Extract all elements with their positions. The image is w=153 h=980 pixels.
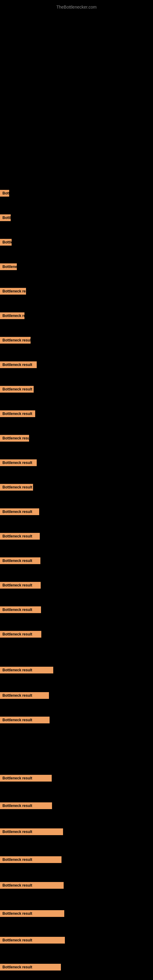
bottleneck-result-label: Bottleneck result [0, 337, 30, 344]
bottleneck-result-label: Bottleneck result [0, 717, 49, 723]
bottleneck-result-label: Bottleneck result [0, 910, 64, 917]
bottleneck-result-label: Bottleneck result [0, 557, 40, 564]
bottleneck-result-label: Bottleneck result [0, 312, 24, 319]
site-title: TheBottlenecker.com [0, 2, 153, 13]
bottleneck-result-label: Bottleneck result [0, 215, 11, 221]
bottleneck-result-label: Bottleneck result [0, 937, 65, 943]
bottleneck-result-label: Bottleneck result [0, 460, 37, 466]
bottleneck-result-label: Bottleneck result [0, 775, 52, 781]
bottleneck-result-label: Bottleneck result [0, 386, 33, 393]
bottleneck-result-label: Bottleneck result [0, 508, 39, 515]
bottleneck-result-label: Bottleneck result [0, 239, 12, 246]
bottleneck-result-label: Bottleneck result [0, 802, 52, 809]
bottleneck-result-label: Bottleneck result [0, 263, 17, 270]
bottleneck-result-label: Bottleneck result [0, 484, 33, 491]
bottleneck-result-label: Bottleneck result [0, 856, 62, 863]
bottleneck-result-label: Bottleneck result [0, 288, 26, 294]
bottleneck-result-label: Bottleneck result [0, 882, 64, 889]
bottleneck-result-label: Bottleneck result [0, 692, 49, 699]
bottleneck-result-label: Bottleneck result [0, 667, 53, 673]
bottleneck-result-label: Bottleneck result [0, 410, 35, 417]
bottleneck-result-label: Bottleneck result [0, 190, 9, 197]
bottleneck-result-label: Bottleneck result [0, 533, 40, 539]
bottleneck-result-label: Bottleneck result [0, 964, 61, 970]
bottleneck-result-label: Bottleneck result [0, 606, 41, 613]
bottleneck-result-label: Bottleneck result [0, 435, 29, 442]
bottleneck-result-label: Bottleneck result [0, 582, 41, 589]
bottleneck-result-label: Bottleneck result [0, 631, 41, 638]
bottleneck-result-label: Bottleneck result [0, 361, 37, 368]
bottleneck-result-label: Bottleneck result [0, 829, 63, 835]
